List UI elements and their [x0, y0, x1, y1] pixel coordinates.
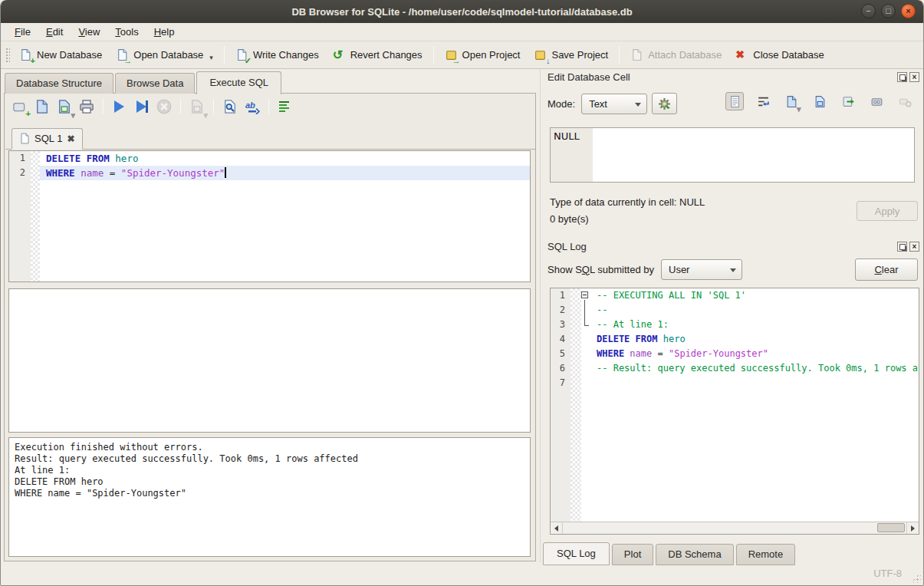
- results-pane[interactable]: [8, 288, 531, 433]
- sql-editor[interactable]: 1DELETE FROM hero2WHERE name = "Spider-Y…: [8, 150, 531, 282]
- cell-size-info: 0 byte(s): [550, 213, 589, 225]
- cell-mode-row: Mode: Text ▾: [547, 92, 919, 115]
- dock-splitter[interactable]: [541, 233, 924, 237]
- menu-file[interactable]: File: [7, 24, 38, 40]
- text-mode-icon[interactable]: [725, 92, 744, 110]
- copy-link-icon[interactable]: [867, 92, 886, 110]
- open-database-dropdown-caret[interactable]: ▾: [209, 54, 213, 61]
- find-in-sql-icon[interactable]: [222, 99, 238, 114]
- edit-cell-dock-header: Edit Database Cell ×: [547, 71, 919, 83]
- fold-column: [581, 347, 590, 361]
- maximize-button[interactable]: □: [881, 4, 896, 18]
- results-log-splitter[interactable]: [8, 433, 531, 436]
- save-sql-file-icon[interactable]: ▾: [57, 99, 72, 114]
- cell-editor[interactable]: NULL: [550, 127, 915, 183]
- sql-document-icon: [20, 133, 30, 144]
- fold-marker[interactable]: [581, 288, 590, 303]
- execution-log-line: Result: query executed successfully. Too…: [15, 453, 524, 465]
- open-sql-file-icon[interactable]: [35, 99, 50, 114]
- open-project-icon: →: [445, 48, 458, 61]
- float-dock-icon[interactable]: [897, 72, 907, 82]
- cell-null-value: NULL: [551, 128, 593, 182]
- resize-grip[interactable]: [910, 572, 921, 583]
- print-sql-icon[interactable]: [79, 99, 94, 114]
- menu-help[interactable]: Help: [146, 24, 182, 40]
- attach-database-button: Attach Database: [623, 44, 728, 65]
- submitted-by-select[interactable]: User: [661, 259, 742, 280]
- attach-database-icon: [630, 48, 643, 61]
- window-controls: − □ ×: [861, 4, 916, 18]
- revert-changes-icon: ↺: [333, 48, 346, 61]
- window-title: DB Browser for SQLite - /home/user/code/…: [291, 6, 632, 18]
- tab-browse-data[interactable]: Browse Data: [115, 73, 195, 94]
- toolbar-separator: [180, 99, 181, 114]
- apply-settings-button[interactable]: [652, 93, 677, 114]
- mode-select[interactable]: Text: [581, 94, 647, 114]
- sql-log-dock-header: SQL Log ×: [547, 241, 919, 252]
- menu-edit[interactable]: Edit: [38, 24, 71, 40]
- encoding-indicator: UTF-8: [873, 568, 902, 579]
- minimize-button[interactable]: −: [861, 4, 876, 18]
- execution-status-box[interactable]: Execution finished without errors.Result…: [8, 437, 531, 557]
- close-database-button[interactable]: ✖ Close Database: [728, 44, 831, 65]
- execution-log-line: Execution finished without errors.: [15, 442, 524, 453]
- import-from-file-icon[interactable]: ▾: [782, 92, 801, 110]
- line-number: 1: [551, 288, 571, 303]
- new-database-button[interactable]: + New Database: [12, 44, 109, 65]
- open-database-button[interactable]: → Open Database ▾: [109, 44, 220, 65]
- export-data-icon[interactable]: [839, 92, 857, 110]
- line-number: 7: [551, 376, 571, 390]
- code-line: 2--: [551, 303, 919, 318]
- horizontal-scrollbar[interactable]: [551, 522, 919, 534]
- code-line: 2WHERE name = "Spider-Youngster": [9, 166, 530, 180]
- line-number: 4: [551, 332, 571, 347]
- main-toolbar: + New Database → Open Database ▾ ✓ Write…: [1, 41, 923, 69]
- close-dock-icon[interactable]: ×: [909, 242, 919, 252]
- close-button[interactable]: ×: [901, 4, 916, 18]
- scroll-right-icon[interactable]: [906, 522, 919, 534]
- tab-database-structure[interactable]: Database Structure: [5, 73, 113, 94]
- revert-changes-button[interactable]: ↺ Revert Changes: [326, 44, 429, 65]
- gear-icon: [658, 97, 671, 110]
- save-to-file-icon[interactable]: [811, 92, 829, 110]
- scroll-left-icon[interactable]: [551, 522, 563, 534]
- scrollbar-thumb[interactable]: [877, 523, 905, 532]
- new-sql-tab-icon[interactable]: +: [12, 99, 28, 114]
- float-dock-icon[interactable]: [897, 242, 907, 252]
- tab-execute-sql[interactable]: Execute SQL: [196, 71, 281, 94]
- save-project-button[interactable]: ↓ Save Project: [527, 44, 615, 65]
- titlebar[interactable]: DB Browser for SQLite - /home/user/code/…: [1, 0, 923, 23]
- menu-view[interactable]: View: [71, 24, 107, 40]
- code-line: 3-- At line 1:: [551, 318, 919, 332]
- word-wrap-icon[interactable]: [754, 92, 772, 110]
- toolbar-drag-handle[interactable]: [5, 47, 10, 64]
- save-project-icon: ↓: [534, 48, 547, 61]
- sql-log-view[interactable]: 1-- EXECUTING ALL IN 'SQL 1'2--3-- At li…: [550, 288, 919, 535]
- execute-all-icon[interactable]: [112, 99, 127, 114]
- text-caret: [225, 167, 226, 178]
- fold-column: [581, 332, 590, 347]
- execute-sql-pane: + ▾: [4, 93, 536, 561]
- set-null-icon: [896, 92, 914, 110]
- content-area: Database Structure Browse Data Execute S…: [1, 69, 923, 562]
- editor-results-splitter[interactable]: [8, 282, 531, 286]
- menu-tools[interactable]: Tools: [107, 24, 146, 40]
- mode-label: Mode:: [547, 98, 575, 110]
- execute-current-line-icon[interactable]: [134, 99, 150, 114]
- chevron-down-icon: [635, 103, 641, 107]
- toolbar-separator: [433, 46, 434, 64]
- sql-log-title: SQL Log: [547, 241, 587, 252]
- code-line: 4DELETE FROM hero: [551, 332, 919, 347]
- main-tab-bar: Database Structure Browse Data Execute S…: [5, 72, 283, 94]
- fold-marker: [581, 318, 590, 332]
- clear-log-button[interactable]: Clear: [855, 258, 918, 281]
- format-sql-icon[interactable]: ab: [245, 99, 260, 114]
- close-sql1-tab-icon[interactable]: ✖: [67, 133, 74, 144]
- toggle-comment-icon[interactable]: [278, 99, 293, 114]
- open-project-button[interactable]: → Open Project: [438, 44, 528, 65]
- sql1-tab[interactable]: SQL 1 ✖: [12, 128, 83, 150]
- close-dock-icon[interactable]: ×: [909, 72, 919, 82]
- write-changes-button[interactable]: ✓ Write Changes: [229, 44, 326, 65]
- edit-cell-title: Edit Database Cell: [547, 71, 630, 83]
- sql1-tab-label: SQL 1: [35, 133, 62, 144]
